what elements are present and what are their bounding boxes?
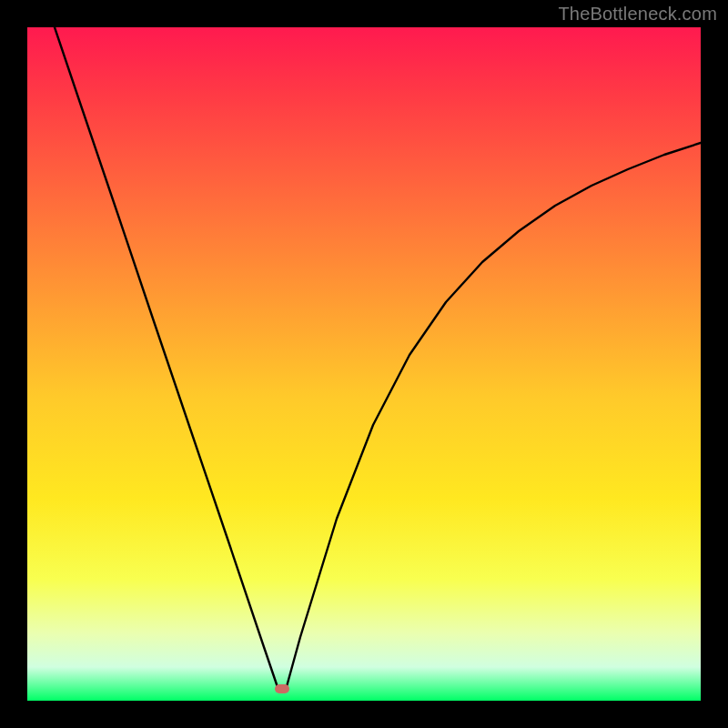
optimal-point-marker [275,684,289,693]
bottleneck-curve [27,27,701,701]
watermark-text: TheBottleneck.com [558,4,717,25]
chart-plot-area [27,27,701,701]
